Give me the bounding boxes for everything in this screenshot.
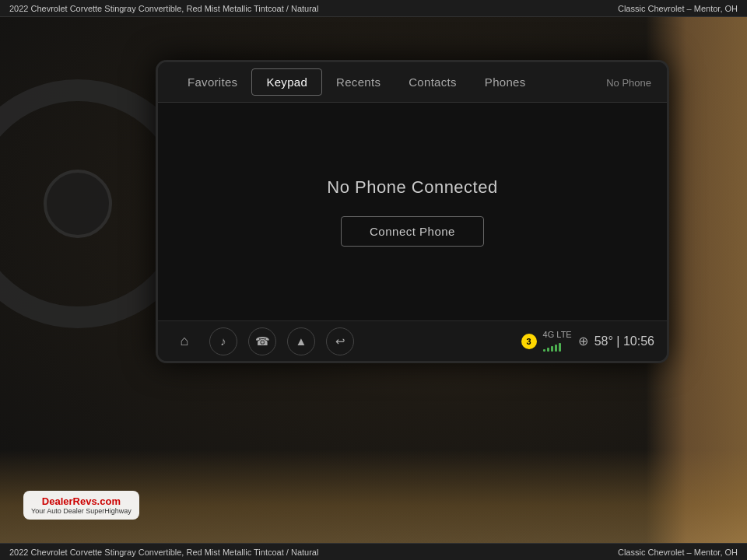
lte-label: 4G LTE [543, 331, 572, 339]
no-phone-message: No Phone Connected [327, 177, 497, 198]
phone-icon[interactable]: ☎ [248, 327, 276, 355]
top-bar: 2022 Chevrolet Corvette Stingray Convert… [0, 0, 747, 17]
clock: 10:56 [623, 334, 654, 348]
back-icon[interactable]: ↩ [326, 327, 354, 355]
location-icon: ⊕ [578, 334, 588, 348]
signal-bars [543, 341, 561, 352]
bottom-bar-right: Classic Chevrolet – Mentor, OH [618, 548, 738, 557]
watermark-site: DealerRevs.com [31, 495, 132, 507]
bar-3 [551, 346, 553, 352]
temperature: 58° [594, 334, 613, 348]
screen-content: No Phone Connected Connect Phone [158, 103, 667, 320]
watermark: DealerRevs.com Your Auto Dealer SuperHig… [23, 491, 139, 520]
infotainment-screen: Favorites Keypad Recents Contacts Phones… [156, 60, 669, 363]
signal-number: 3 [521, 334, 537, 349]
bottom-bar: 2022 Chevrolet Corvette Stingray Convert… [0, 543, 747, 560]
top-bar-left: 2022 Chevrolet Corvette Stingray Convert… [9, 4, 318, 13]
photo-background: ⬡ Favorites Keypad Recents Contacts Phon… [0, 17, 747, 543]
connect-phone-button[interactable]: Connect Phone [341, 216, 484, 247]
nav-icon[interactable]: ▲ [287, 327, 315, 355]
bar-2 [547, 348, 549, 352]
watermark-tagline: Your Auto Dealer SuperHighway [31, 507, 132, 515]
temperature-time: 58° | 10:56 [594, 334, 654, 348]
status-bar: ⌂ ♪ ☎ ▲ ↩ 3 4G LTE ⊕ [158, 320, 667, 361]
music-icon[interactable]: ♪ [209, 327, 237, 355]
separator: | [616, 334, 623, 348]
tabs-row: Favorites Keypad Recents Contacts Phones… [158, 62, 667, 103]
bottom-bar-left: 2022 Chevrolet Corvette Stingray Convert… [9, 548, 318, 557]
nav-icons: ⌂ ♪ ☎ ▲ ↩ [170, 327, 354, 355]
tab-phones[interactable]: Phones [471, 69, 540, 95]
bar-5 [559, 343, 561, 352]
status-right: 3 4G LTE ⊕ 58° | 10:56 [521, 331, 654, 352]
tab-contacts[interactable]: Contacts [395, 69, 471, 95]
tab-keypad[interactable]: Keypad [251, 68, 322, 96]
tab-favorites[interactable]: Favorites [174, 69, 251, 95]
home-icon[interactable]: ⌂ [170, 327, 198, 355]
tab-recents[interactable]: Recents [322, 69, 395, 95]
bar-4 [555, 345, 557, 352]
no-phone-status: No Phone [606, 76, 651, 88]
top-bar-right: Classic Chevrolet – Mentor, OH [618, 4, 738, 13]
bar-1 [543, 349, 545, 352]
